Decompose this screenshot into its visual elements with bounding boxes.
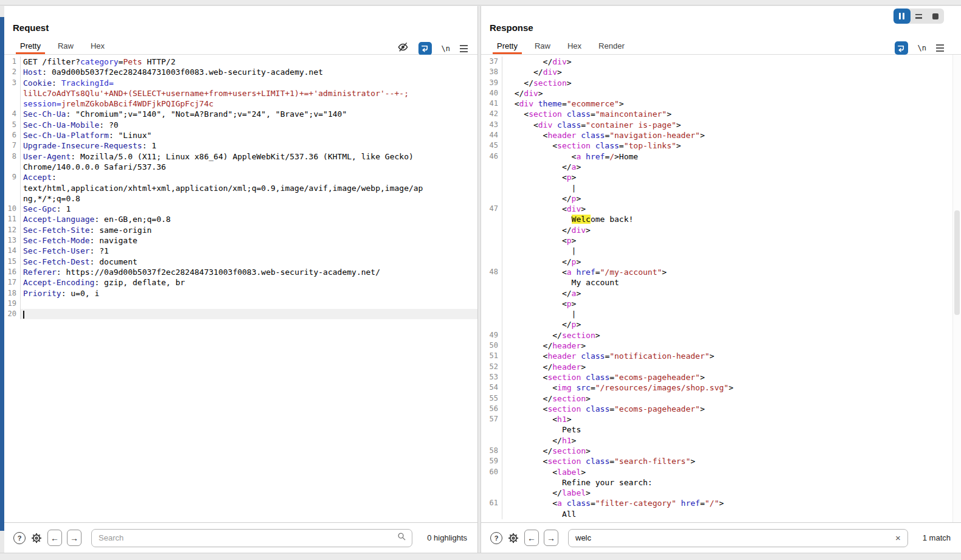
code-line: 47 <div> — [481, 204, 961, 214]
code-line: 51 <header class="notification-header"> — [481, 351, 961, 361]
scrollbar-track[interactable] — [952, 55, 961, 522]
line-number: 8 — [4, 151, 21, 162]
line-number — [481, 183, 502, 193]
highlights-count: 0 highlights — [427, 533, 467, 542]
response-tab-raw[interactable]: Raw — [526, 37, 559, 54]
code-line: 46 <a href=/>Home — [481, 151, 961, 162]
line-number: 43 — [481, 120, 502, 130]
line-number: 53 — [481, 372, 502, 382]
code-line: 44 <header class="navigation-header"> — [481, 130, 961, 140]
window-bottom-strip — [0, 553, 961, 560]
code-line: </p> — [481, 193, 961, 204]
code-line: | — [481, 309, 961, 319]
scrollbar-thumb[interactable] — [954, 210, 960, 315]
hide-nonprintable-icon[interactable] — [397, 41, 409, 55]
help-icon[interactable]: ? — [490, 532, 502, 544]
line-number: 15 — [4, 257, 21, 267]
line-number: 49 — [481, 330, 502, 340]
code-line: <p> — [481, 299, 961, 309]
line-number: 48 — [481, 267, 502, 277]
code-line: 55 </section> — [481, 393, 961, 404]
search-back-button[interactable]: ← — [524, 530, 539, 546]
code-line: text/html,application/xhtml+xml,applicat… — [4, 183, 477, 193]
code-line: </h1> — [481, 435, 961, 446]
code-line: </p> — [481, 319, 961, 330]
line-number — [481, 162, 502, 172]
request-search-field — [91, 529, 412, 547]
single-pane-layout-icon[interactable] — [927, 9, 944, 24]
line-number — [4, 162, 21, 172]
code-line: 53 <section class="ecoms-pageheader"> — [481, 372, 961, 382]
response-search-input[interactable] — [574, 533, 894, 543]
code-line: 61 <a class="filter-category" href="/"> — [481, 498, 961, 508]
code-line: All — [481, 509, 961, 519]
request-tab-pretty[interactable]: Pretty — [12, 37, 49, 54]
line-number: 10 — [4, 204, 21, 214]
line-number: 6 — [4, 130, 21, 140]
code-line: Refine your search: — [481, 477, 961, 488]
request-tab-raw[interactable]: Raw — [49, 37, 82, 54]
line-number: 46 — [481, 151, 502, 162]
line-number — [481, 225, 502, 235]
request-search-input[interactable] — [97, 533, 397, 543]
editor-menu-icon[interactable] — [936, 43, 944, 53]
response-panel-title: Response — [490, 22, 533, 33]
line-number: 54 — [481, 382, 502, 393]
code-line: 20 — [4, 309, 477, 319]
line-number: 56 — [481, 404, 502, 414]
columns-layout-icon[interactable] — [893, 9, 911, 24]
gear-icon[interactable] — [30, 532, 43, 544]
rows-layout-icon[interactable] — [911, 9, 928, 24]
line-number: 57 — [481, 414, 502, 424]
code-line: 16Referer: https://0a9d00b5037f2ec282484… — [4, 267, 477, 277]
search-forward-button[interactable]: → — [544, 530, 558, 546]
clear-search-icon[interactable]: × — [894, 533, 902, 543]
newline-toggle-icon[interactable]: \n — [918, 44, 926, 52]
search-back-button[interactable]: ← — [47, 530, 62, 546]
match-count: 1 match — [923, 533, 951, 542]
pretty-print-icon[interactable] — [418, 42, 432, 55]
search-forward-button[interactable]: → — [67, 530, 82, 546]
line-number — [481, 509, 502, 519]
line-number: 20 — [4, 309, 21, 319]
response-search-field: × — [568, 529, 908, 547]
code-line: 59 <section class="search-filters"> — [481, 456, 961, 466]
code-line: session=jrelmZGkobABcif4WDFjkPQIGpFcj74c — [4, 99, 477, 109]
code-line: 38 </div> — [481, 67, 961, 77]
request-toolbar: \n — [397, 41, 468, 55]
request-tab-hex[interactable]: Hex — [82, 37, 113, 54]
newline-toggle-icon[interactable]: \n — [442, 44, 450, 53]
code-line: 2Host: 0a9d00b5037f2ec282484731003f0083.… — [4, 67, 477, 77]
editor-menu-icon[interactable] — [460, 44, 468, 54]
line-number: 44 — [481, 130, 502, 140]
line-number: 5 — [4, 120, 21, 130]
line-number: 2 — [4, 67, 21, 77]
line-number: 7 — [4, 140, 21, 151]
line-number: 55 — [481, 393, 502, 404]
response-tab-pretty[interactable]: Pretty — [488, 37, 526, 54]
code-line: 9Accept: — [4, 172, 477, 182]
line-number: 58 — [481, 446, 502, 456]
line-number: 38 — [481, 67, 502, 77]
response-toolbar: \n — [895, 41, 944, 55]
line-number: 4 — [4, 109, 21, 119]
response-tab-hex[interactable]: Hex — [559, 37, 590, 54]
line-number: 39 — [481, 78, 502, 88]
help-icon[interactable]: ? — [13, 532, 26, 544]
response-editor[interactable]: 37 </div>38 </div>39 </section>40 </div>… — [481, 55, 961, 522]
line-number — [481, 193, 502, 204]
code-line: <p> — [481, 235, 961, 246]
request-panel-title: Request — [13, 22, 49, 33]
line-number — [4, 99, 21, 109]
code-line: 7Upgrade-Insecure-Requests: 1 — [4, 140, 477, 151]
pretty-print-icon[interactable] — [895, 41, 908, 55]
gear-icon[interactable] — [507, 532, 519, 544]
line-number: 17 — [4, 277, 21, 288]
request-editor[interactable]: 1GET /filter?category=Pets HTTP/22Host: … — [4, 55, 477, 522]
code-line: 37 </div> — [481, 57, 961, 67]
line-number: 13 — [4, 235, 21, 246]
code-line: 1GET /filter?category=Pets HTTP/2 — [4, 57, 477, 67]
line-number: 14 — [4, 246, 21, 256]
code-line: ng,*/*;q=0.8 — [4, 193, 477, 204]
response-tab-render[interactable]: Render — [590, 37, 633, 54]
